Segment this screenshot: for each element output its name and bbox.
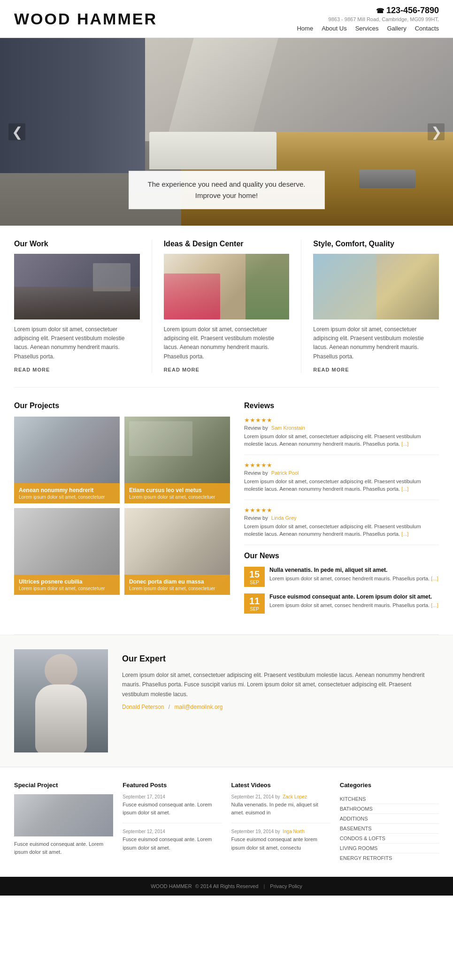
news-title: Our News	[244, 552, 439, 560]
footer-top: Special Project Fusce euismod consequat …	[0, 767, 453, 877]
projects-grid: Aenean nonummy hendrerit Lorem ipsum dol…	[14, 417, 230, 595]
news-2-month: SEP	[248, 607, 261, 612]
cat-condos[interactable]: CONDOS & LOFTS	[340, 834, 439, 843]
reviews-title: Reviews	[244, 402, 439, 410]
nav-services[interactable]: Services	[355, 25, 379, 32]
nav-home[interactable]: Home	[297, 25, 313, 32]
style-col: Style, Comfort, Quality Lorem ipsum dolo…	[301, 240, 439, 373]
expert-title: Our Expert	[122, 654, 439, 664]
news-1-more[interactable]: [...]	[431, 576, 438, 581]
review-2-stars: ★★★★★	[244, 462, 439, 469]
video-post-1: September 21, 2014 by Zack Lopez Nulla v…	[231, 794, 330, 823]
phone-number: 123-456-7890	[386, 6, 439, 15]
expert-section: Our Expert Lorem ipsum dolor sit amet, c…	[0, 635, 453, 767]
footer-privacy-link[interactable]: Privacy Policy	[270, 883, 302, 889]
design-text: Lorem ipsum dolor sit amet, consectetuer…	[164, 325, 290, 361]
news-2-title[interactable]: Fusce euismod consequat ante. Lorem ipsu…	[269, 593, 438, 600]
expert-content: Our Expert Lorem ipsum dolor sit amet, c…	[122, 649, 439, 752]
hero-slider: ❮ ❯ The experience you need and quality …	[0, 38, 453, 226]
footer-videos-title: Latest Videos	[231, 782, 330, 789]
hero-caption: The experience you need and quality you …	[128, 171, 324, 209]
video-1-text: Nulla venenatis. In pede mi, aliquet sit…	[231, 801, 330, 817]
review-3-more[interactable]: [...]	[401, 531, 408, 537]
news-2-text: Lorem ipsum dolor sit amet, consec hendr…	[269, 601, 438, 609]
style-title: Style, Comfort, Quality	[313, 240, 439, 248]
slider-arrow-right[interactable]: ❯	[428, 123, 445, 140]
header-right: ☎ 123-456-7890 9863 - 9867 Mill Road, Ca…	[297, 6, 439, 32]
logo: WOOD HAMMER	[14, 10, 157, 28]
our-work-read-more[interactable]: READ MORE	[14, 367, 50, 372]
nav-about[interactable]: About Us	[322, 25, 346, 32]
projects-section: Our Projects Aenean nonummy hendrerit Lo…	[14, 402, 230, 620]
footer-year: © 2014 All Rights Reserved	[195, 883, 259, 889]
review-1-author[interactable]: Sam Kronstain	[271, 425, 305, 431]
news-1-month: SEP	[248, 580, 261, 585]
footer-videos-col: Latest Videos September 21, 2014 by Zack…	[231, 782, 330, 863]
video-1-meta: September 21, 2014 by Zack Lopez	[231, 794, 330, 799]
featured-1-date: September 17, 2014	[123, 794, 222, 799]
news-section: Our News 15 SEP Nulla venenatis. In pede…	[244, 552, 439, 614]
our-work-title: Our Work	[14, 240, 140, 248]
project-card-3[interactable]: Ultrices posnere cubilia Lorem ipsum dol…	[14, 508, 120, 595]
review-3-text: Lorem ipsum dolor sit amet, consectetuer…	[244, 523, 439, 538]
site-header: WOOD HAMMER ☎ 123-456-7890 9863 - 9867 M…	[0, 0, 453, 38]
phone-line[interactable]: ☎ 123-456-7890	[297, 6, 439, 15]
nav-contacts[interactable]: Contacts	[415, 25, 439, 32]
cat-bathrooms[interactable]: BATHROOMS	[340, 804, 439, 814]
our-work-image	[14, 254, 140, 319]
project-card-4[interactable]: Donec porta diam eu massa Lorem ipsum do…	[124, 508, 230, 595]
style-image	[313, 254, 439, 319]
news-2-more[interactable]: [...]	[431, 602, 438, 608]
project-1-title: Aenean nonummy hendrerit	[19, 487, 115, 494]
project-card-1[interactable]: Aenean nonummy hendrerit Lorem ipsum dol…	[14, 417, 120, 503]
cat-basements[interactable]: BASEMENTS	[340, 824, 439, 834]
review-2-by: Review by Patrick Pool	[244, 470, 439, 476]
design-col: Ideas & Design Center Lorem ipsum dolor …	[152, 240, 302, 373]
featured-post-1: September 17, 2014 Fusce euismod consequ…	[123, 794, 222, 823]
news-1-text: Lorem ipsum dolor sit amet, consec hendr…	[269, 575, 438, 583]
footer-featured-col: Featured Posts September 17, 2014 Fusce …	[123, 782, 222, 863]
video-2-author[interactable]: Inga North	[283, 829, 305, 834]
news-2-day: 11	[248, 595, 261, 607]
nav-gallery[interactable]: Gallery	[387, 25, 407, 32]
news-1-day: 15	[248, 569, 261, 580]
review-2-author[interactable]: Patrick Pool	[271, 470, 299, 476]
video-2-text: Fusce euismod consequat ante lorem ipsum…	[231, 836, 330, 852]
design-read-more[interactable]: READ MORE	[164, 367, 200, 372]
cat-additions[interactable]: ADDITIONS	[340, 814, 439, 824]
news-1-content: Nulla venenatis. In pede mi, aliquet sit…	[269, 567, 438, 587]
review-item-1: ★★★★★ Review by Sam Kronstain Lorem ipsu…	[244, 417, 439, 455]
expert-email-link[interactable]: mail@demolink.org	[174, 704, 223, 710]
news-1-title[interactable]: Nulla venenatis. In pede mi, aliquet sit…	[269, 567, 438, 573]
cat-energy[interactable]: ENERGY RETROFITS	[340, 853, 439, 863]
review-1-more[interactable]: [...]	[401, 441, 408, 447]
footer-categories-col: Categories KITCHENS BATHROOMS ADDITIONS …	[340, 782, 439, 863]
review-2-more[interactable]: [...]	[401, 486, 408, 492]
hero-caption-text: The experience you need and quality you …	[147, 179, 305, 201]
news-1-date: 15 SEP	[244, 567, 265, 587]
news-2-content: Fusce euismod consequat ante. Lorem ipsu…	[269, 593, 438, 614]
review-item-3: ★★★★★ Review by Linda Grey Lorem ipsum d…	[244, 507, 439, 545]
project-4-title: Donec porta diam eu massa	[129, 578, 225, 585]
featured-2-text: Fusce euismod consequat ante. Lorem ipsu…	[123, 836, 222, 852]
categories-list: KITCHENS BATHROOMS ADDITIONS BASEMENTS C…	[340, 794, 439, 863]
review-3-stars: ★★★★★	[244, 507, 439, 514]
project-card-2[interactable]: Etiam cursus leo vel metus Lorem ipsum d…	[124, 417, 230, 503]
expert-separator: /	[169, 704, 170, 710]
reviews-section: Reviews ★★★★★ Review by Sam Kronstain Lo…	[244, 402, 439, 545]
expert-name-link[interactable]: Donald Peterson	[122, 704, 164, 710]
review-3-author[interactable]: Linda Grey	[271, 515, 297, 521]
video-1-author[interactable]: Zack Lopez	[283, 794, 307, 799]
style-text: Lorem ipsum dolor sit amet, consectetuer…	[313, 325, 439, 361]
review-1-text: Lorem ipsum dolor sit amet, consectetuer…	[244, 433, 439, 448]
style-read-more[interactable]: READ MORE	[313, 367, 349, 372]
footer-special-text: Fusce euismod consequat ante. Lorem ipsu…	[14, 840, 113, 857]
divider-1	[14, 387, 439, 387]
cat-living[interactable]: LIVING ROOMS	[340, 843, 439, 853]
cat-kitchens[interactable]: KITCHENS	[340, 794, 439, 804]
project-1-subtitle: Lorem ipsum dolor sit amet, consectetuer	[19, 494, 115, 500]
featured-post-2: September 12, 2014 Fusce euismod consequ…	[123, 829, 222, 852]
slider-arrow-left[interactable]: ❮	[8, 123, 25, 140]
expert-text: Lorem ipsum dolor sit amet, consectetuer…	[122, 670, 439, 699]
expert-byline: Donald Peterson / mail@demolink.org	[122, 704, 439, 710]
